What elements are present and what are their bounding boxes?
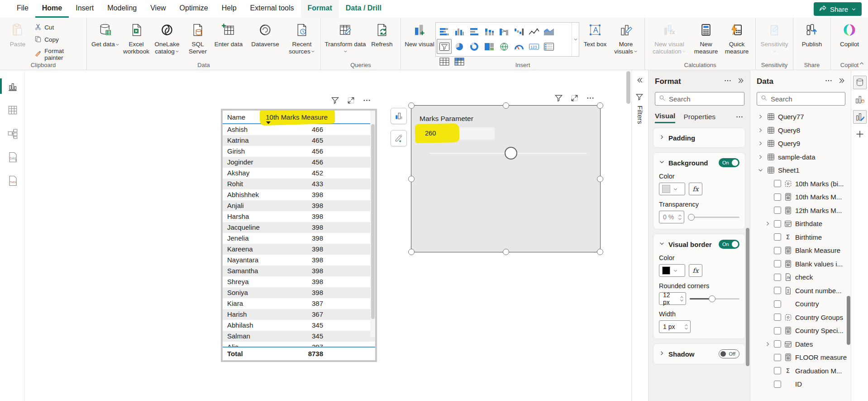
new-measure-button[interactable]: New measure (691, 20, 721, 59)
transform-data-button[interactable]: Transform data (324, 20, 366, 59)
background-color-dropdown[interactable] (659, 183, 685, 195)
menu-item-modeling[interactable]: Modeling (100, 0, 143, 18)
more-options-icon[interactable] (724, 77, 732, 87)
menu-item-format[interactable]: Format (301, 0, 339, 18)
field-item-count-numbe[interactable]: ΣCount numbe... (750, 284, 851, 298)
chevron-right-icon[interactable] (764, 221, 771, 227)
table-row[interactable]: Kareena398 (223, 244, 375, 255)
visual-border-section[interactable]: Visual border On Color fx Rounded corner… (653, 234, 745, 339)
share-button[interactable]: Share (814, 2, 862, 16)
table-item-sample-data[interactable]: sample-data (750, 150, 851, 164)
table-row[interactable]: Katrina465 (223, 135, 375, 146)
column-header-measure[interactable]: 10th Marks Measure (262, 111, 330, 123)
expand-filters-icon[interactable] (635, 77, 644, 86)
field-checkbox[interactable] (774, 327, 781, 334)
table-row[interactable]: Shreya398 (223, 276, 375, 287)
sql-server-button[interactable]: SQL Server (183, 20, 213, 59)
data-view-button[interactable] (0, 100, 25, 120)
filter-icon[interactable] (554, 94, 563, 104)
waterfall-chart-icon[interactable] (511, 24, 526, 39)
multi-row-card-icon[interactable] (541, 39, 556, 54)
line-chart-icon[interactable] (526, 24, 541, 39)
data-pane-button[interactable] (853, 76, 867, 89)
field-item-floor-measure[interactable]: FLOOR measure (750, 351, 851, 364)
filters-pane-collapsed[interactable]: Filters (631, 70, 648, 401)
collapse-pane-icon[interactable] (838, 77, 845, 86)
data-pane-scrollbar[interactable] (847, 296, 850, 345)
shadow-toggle[interactable]: Off (719, 349, 739, 358)
stacked-bar-chart-icon[interactable] (437, 24, 452, 39)
more-options-icon[interactable] (825, 77, 833, 87)
donut-chart-icon[interactable] (467, 39, 482, 54)
dax-query-view-button[interactable]: DAX (0, 147, 25, 167)
rounded-corners-spinner[interactable]: 12 px (659, 292, 686, 305)
menu-item-external-tools[interactable]: External tools (243, 0, 301, 18)
field-checkbox[interactable] (774, 340, 781, 348)
more-options-icon[interactable] (362, 96, 371, 106)
canvas-scrollbar[interactable] (626, 71, 630, 397)
gallery-dropdown-button[interactable] (572, 23, 579, 56)
border-color-fx-button[interactable]: fx (689, 264, 702, 277)
table-row[interactable]: Harish367 (223, 309, 375, 320)
field-item-dates[interactable]: Dates (750, 338, 851, 351)
field-checkbox[interactable] (774, 260, 781, 267)
filter-icon[interactable] (331, 96, 339, 106)
pie-chart-icon[interactable] (452, 39, 467, 54)
table-row-partial[interactable]: Alia297 (223, 342, 375, 348)
more-options-icon[interactable] (586, 94, 595, 104)
new-visual-calculation-button[interactable]: fx New visual calculation (649, 20, 690, 59)
stacked-column-chart-icon[interactable] (467, 24, 482, 39)
data-search-box[interactable] (757, 92, 845, 106)
format-visual-button[interactable] (391, 130, 407, 146)
selection-handle[interactable] (503, 249, 509, 255)
visual-border-toggle[interactable]: On (719, 240, 739, 249)
chevron-right-icon[interactable] (764, 341, 771, 347)
text-box-button[interactable]: A Text box (580, 20, 610, 59)
chevron-right-icon[interactable] (757, 140, 764, 146)
tmdl-view-button[interactable]: TMDL (0, 171, 25, 191)
selection-handle[interactable] (408, 176, 415, 182)
field-item-12th-marks-m[interactable]: 12th Marks M... (750, 204, 851, 217)
field-item-check[interactable]: fxcheck (750, 271, 851, 284)
paste-button[interactable]: Paste (4, 20, 32, 59)
transparency-slider[interactable] (688, 211, 739, 223)
funnel-chart-icon[interactable] (437, 39, 452, 54)
table-row[interactable]: Ashish466 (223, 124, 375, 135)
shadow-section[interactable]: Shadow Off (653, 343, 745, 364)
field-item-country-groups[interactable]: Country Groups (750, 311, 851, 324)
field-checkbox[interactable] (774, 207, 781, 214)
table-row[interactable]: Kiara387 (223, 298, 375, 309)
table-row[interactable]: Salman345 (223, 331, 375, 342)
publish-button[interactable]: Publish (797, 20, 827, 59)
field-checkbox[interactable] (774, 381, 781, 388)
table-scrollbar[interactable] (370, 111, 375, 337)
filled-map-icon[interactable] (496, 39, 511, 54)
selection-handle[interactable] (597, 102, 603, 109)
table-row[interactable]: Girish456 (223, 146, 375, 157)
get-data-button[interactable]: Get data (91, 20, 120, 59)
build-pane-button[interactable] (853, 93, 867, 106)
format-painter-button[interactable]: Format painter (33, 47, 83, 62)
selection-handle[interactable] (408, 102, 415, 109)
new-visual-button[interactable]: New visual (405, 20, 434, 59)
field-item-graduation-m[interactable]: ΣGraduation M... (750, 364, 851, 378)
table-row[interactable]: Harsha398 (223, 211, 375, 222)
menu-item-optimize[interactable]: Optimize (173, 0, 215, 18)
selection-handle[interactable] (597, 176, 603, 182)
field-item-10th-marks-m[interactable]: 10th Marks M... (750, 190, 851, 204)
border-width-spinner[interactable]: 1 px (659, 320, 691, 333)
refresh-button[interactable]: Refresh (367, 20, 397, 59)
table-item-query8[interactable]: Query8 (750, 124, 851, 137)
chevron-right-icon[interactable] (757, 154, 764, 160)
table-row[interactable]: Rohit433 (223, 179, 375, 189)
more-visuals-button[interactable]: More visuals (611, 20, 641, 59)
rounded-corners-slider[interactable] (690, 292, 739, 305)
table-row[interactable]: Akshay452 (223, 168, 375, 179)
ribbon-chart-icon[interactable] (496, 24, 511, 39)
selection-handle[interactable] (597, 249, 603, 255)
field-item-blank-measure[interactable]: Blank Measure (750, 244, 851, 257)
field-item-blank-values-i[interactable]: Blank values i... (750, 257, 851, 271)
sensitivity-button[interactable]: Sensitivity (759, 20, 789, 59)
focus-mode-icon[interactable] (347, 96, 355, 106)
selection-handle[interactable] (503, 102, 509, 109)
